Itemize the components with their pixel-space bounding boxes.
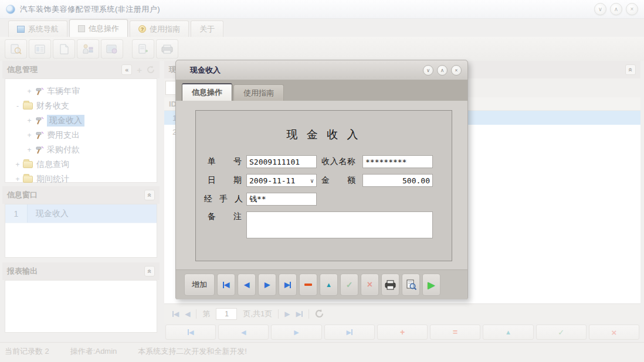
tree-item-label: 费用支出: [47, 130, 80, 141]
handler-input[interactable]: [246, 193, 317, 206]
collapse-main-panel-button[interactable]: «: [625, 64, 636, 75]
add-button[interactable]: 增加: [184, 274, 215, 296]
document-add-icon: [138, 44, 148, 54]
tree-item-label: 期间统计: [36, 174, 69, 185]
amount-input[interactable]: [362, 174, 433, 187]
dialog-button-bar: 增加 ◀ ◀ ▶ ▶ ▲ ✓ × ▶: [176, 269, 467, 299]
expander-icon[interactable]: +: [13, 160, 22, 169]
add-node-button[interactable]: +: [137, 65, 142, 75]
refresh-tree-icon[interactable]: [147, 66, 155, 74]
collapse-sidebar-button[interactable]: «: [121, 64, 132, 75]
tab-label: 信息操作: [89, 23, 119, 34]
last-glyph: ▶: [284, 281, 290, 289]
tree-item-info-query[interactable]: + 信息查询: [5, 157, 157, 172]
record-cancel-button[interactable]: ×: [589, 325, 639, 340]
tree-item-finance[interactable]: - 财务收支: [5, 98, 157, 113]
collapse-report-output-button[interactable]: «: [144, 266, 155, 276]
folder-icon: [23, 103, 33, 110]
info-window-row[interactable]: 1 现金收入: [5, 204, 157, 223]
tree-item-vehicle-annual[interactable]: + 车辆年审: [5, 84, 157, 98]
refresh-grid-icon[interactable]: [315, 309, 324, 318]
image-globe-button[interactable]: [101, 39, 123, 59]
system-nav-icon: [17, 26, 25, 33]
prev-page-button[interactable]: ◀: [185, 310, 190, 318]
tab-system-nav[interactable]: 系统导航: [8, 21, 67, 37]
tree-item-purchase-payment[interactable]: + 采购付款: [5, 142, 157, 157]
window-close-button[interactable]: ×: [626, 3, 638, 15]
next-page-button[interactable]: ▶: [284, 310, 290, 318]
cancel-button[interactable]: ×: [361, 274, 379, 296]
tree-item-expense[interactable]: + 费用支出: [5, 128, 157, 142]
preview-button[interactable]: [402, 274, 420, 296]
dialog-close-button[interactable]: ×: [451, 65, 462, 76]
form-group-box: 现 金 收 入 单 号 收入名称 日 期 2009-11-11 ∨ 金 额: [195, 110, 452, 261]
date-select[interactable]: 2009-11-11 ∨: [246, 174, 317, 187]
income-name-input[interactable]: [362, 155, 433, 168]
handler-label: 经 手 人: [204, 194, 243, 204]
tree-item-cash-income[interactable]: + 现金收入: [5, 113, 157, 128]
expander-icon[interactable]: +: [25, 117, 33, 125]
document-add-button[interactable]: [132, 39, 154, 59]
confirm-button[interactable]: ✓: [340, 274, 358, 296]
dialog-minimize-button[interactable]: ∨: [423, 65, 433, 76]
separator: [196, 309, 196, 319]
order-no-input[interactable]: [246, 155, 317, 168]
window-minimize-button[interactable]: ∨: [594, 3, 606, 15]
help-icon: ?: [138, 25, 146, 33]
edit-record-button[interactable]: ▲: [320, 274, 338, 296]
print-icon: [385, 280, 396, 290]
print-button[interactable]: [381, 274, 399, 296]
page-number-input[interactable]: [216, 308, 237, 320]
user-chart-button[interactable]: [77, 39, 99, 59]
form-view-button[interactable]: [29, 39, 51, 59]
separator: [278, 309, 279, 319]
next-record-button[interactable]: ▶: [258, 274, 276, 296]
first-record-button[interactable]: ◀: [217, 274, 235, 296]
tab-user-guide[interactable]: ? 使用指南: [130, 21, 189, 37]
record-confirm-button[interactable]: ✓: [536, 325, 587, 340]
order-no-label: 单 号: [208, 156, 242, 167]
app-logo-icon: [6, 5, 15, 14]
dialog-title-bar[interactable]: 现金收入 ∨ ∧ ×: [176, 60, 467, 80]
chevron-down-icon: ∨: [310, 177, 314, 184]
status-operator: 操作者:Admin: [70, 346, 117, 357]
dialog-maximize-button[interactable]: ∧: [437, 65, 448, 76]
new-document-button[interactable]: [53, 39, 75, 59]
expander-icon[interactable]: +: [25, 131, 33, 139]
dialog-tab-user-guide[interactable]: 使用指南: [233, 84, 284, 101]
printer-button[interactable]: [156, 39, 178, 59]
report-output-body: [5, 280, 157, 333]
collapse-info-window-button[interactable]: «: [144, 190, 155, 200]
tool-hammer-icon: [35, 146, 44, 154]
expander-icon[interactable]: -: [13, 102, 22, 110]
prev-record-button[interactable]: ◀: [238, 274, 256, 296]
remark-textarea[interactable]: [246, 211, 433, 238]
record-last-button[interactable]: ▶: [324, 325, 375, 340]
record-first-button[interactable]: ◀: [165, 325, 216, 340]
delete-record-button[interactable]: [299, 274, 317, 296]
tree-item-period-stats[interactable]: + 期间统计: [5, 172, 157, 186]
report-output-panel-header: 报表输出 «: [2, 262, 160, 280]
last-page-button[interactable]: ▶: [296, 310, 303, 318]
first-page-button[interactable]: ◀: [172, 310, 179, 318]
record-add-button[interactable]: +: [377, 325, 428, 340]
app-window: 汽车装饰美容修配管理系统(非注册用户) ∨ ∧ × 系统导航 信息操作 ? 使用…: [0, 0, 644, 362]
tab-info-operation[interactable]: 信息操作: [69, 19, 128, 37]
tab-about[interactable]: 关于: [191, 21, 223, 37]
expander-icon[interactable]: +: [25, 87, 33, 95]
first-glyph: ◀: [189, 329, 194, 336]
expander-icon[interactable]: +: [25, 146, 33, 154]
tab-label: 系统导航: [28, 24, 59, 35]
record-delete-button[interactable]: =: [430, 325, 480, 340]
dialog-title: 现金收入: [190, 65, 221, 76]
dialog-tab-info-operation[interactable]: 信息操作: [182, 83, 232, 101]
last-record-button[interactable]: ▶: [279, 274, 297, 296]
search-document-button[interactable]: [5, 39, 27, 59]
window-maximize-button[interactable]: ∧: [610, 3, 622, 15]
record-next-button[interactable]: ▶: [271, 325, 321, 340]
record-prev-button[interactable]: ◀: [218, 325, 269, 340]
chevron-up-icon: «: [626, 68, 635, 72]
record-edit-button[interactable]: ▲: [483, 325, 533, 340]
run-button[interactable]: ▶: [422, 274, 440, 296]
expander-icon[interactable]: +: [13, 175, 22, 183]
